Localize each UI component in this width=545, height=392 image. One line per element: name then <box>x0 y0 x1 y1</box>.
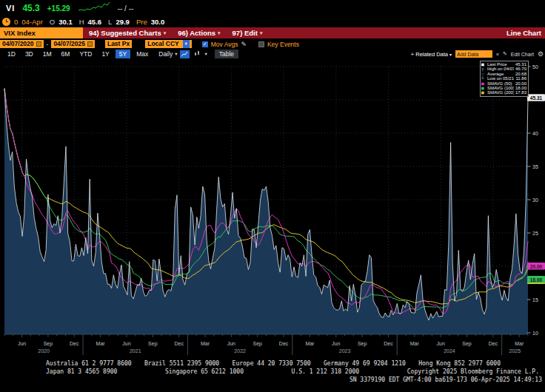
candle-chart-mode-button[interactable] <box>193 50 202 58</box>
price-field-select[interactable]: Last Px <box>105 40 132 48</box>
x-axis-label: Jun <box>332 341 340 346</box>
mov-avgs-checkbox[interactable]: ✓ <box>202 41 208 47</box>
date-to-input[interactable]: 04/07/2025 <box>51 40 95 48</box>
line-chart-mode-button[interactable] <box>180 50 190 58</box>
chevron-down-icon: ▾ <box>175 51 177 57</box>
date-to-value: 04/07/2025 <box>53 40 85 48</box>
x-axis-year-label: 2022 <box>234 348 246 354</box>
price-axis-badge-value: 45.31 <box>530 95 543 101</box>
date-from-input[interactable]: 04/07/2020 <box>0 40 44 48</box>
frequency-select[interactable]: Daily ▾ <box>158 50 177 58</box>
legend-label: SMAVG (200) <box>487 90 514 95</box>
related-data-label: + Related Data <box>411 51 448 58</box>
bid-ask: -- / -- <box>118 4 134 13</box>
key-events-label[interactable]: Key Events <box>267 41 299 48</box>
tab-max[interactable]: Max <box>133 50 152 58</box>
x-axis-label: Mar <box>410 341 420 346</box>
intraday-sparkline-icon <box>78 1 110 16</box>
edit-chart-button[interactable]: Edit Chart <box>511 52 534 57</box>
calendar-icon <box>36 41 41 47</box>
legend-swatch: ■ <box>481 90 486 95</box>
x-axis-label: Sep <box>253 341 262 347</box>
frequency-value: Daily <box>158 50 173 58</box>
date-range-separator: - <box>47 41 49 48</box>
menu-edit[interactable]: 97) Edit ▾ <box>233 29 263 37</box>
footer-item: Germany 49 69 9204 1210 <box>324 360 406 367</box>
y-axis-label: 10 <box>532 331 538 336</box>
x-axis-year-label: 2025 <box>509 348 521 354</box>
session-flag: 0 <box>14 18 18 26</box>
tab-1m[interactable]: 1M <box>39 50 56 58</box>
chevron-down-icon: ▾ <box>164 30 167 36</box>
footer-item: Singapore 65 6212 1000 <box>165 368 244 375</box>
x-axis-label: Mar <box>96 341 106 346</box>
x-axis-label: Sep <box>44 341 53 347</box>
x-axis-label: Dec <box>384 341 393 346</box>
menu-actions[interactable]: 96) Actions ▾ <box>178 29 220 37</box>
session-date: 04-Apr <box>21 18 43 26</box>
menu-suggested-charts[interactable]: 94) Suggested Charts ▾ <box>89 29 166 37</box>
chevron-down-icon: ▾ <box>183 40 190 48</box>
pencil-icon[interactable]: ✎ <box>503 51 507 57</box>
collapse-panel-icon[interactable]: « <box>496 52 499 57</box>
footer-item: U.S. 1 212 318 2000 <box>292 368 360 375</box>
x-axis-year-label: 2024 <box>444 348 455 354</box>
menu-label: 96) Actions <box>178 29 215 37</box>
footer-contact-line2: Japan 81 3 4565 8900 Singapore 65 6212 1… <box>46 368 539 375</box>
currency-value: Local CCY <box>147 40 179 48</box>
open-value: 30.1 <box>58 18 73 26</box>
x-axis-label: Sep <box>148 341 158 347</box>
tab-1y[interactable]: 1Y <box>98 50 113 58</box>
gear-icon[interactable]: ⚙ <box>538 50 544 58</box>
x-axis-label: Mar <box>201 341 210 346</box>
x-axis-label: Sep <box>358 341 367 347</box>
tab-5y[interactable]: 5Y <box>116 50 130 58</box>
add-data-input[interactable] <box>455 50 492 58</box>
title-bar: VIX Index 94) Suggested Charts ▾ 96) Act… <box>0 27 545 38</box>
tab-ytd[interactable]: YTD <box>76 50 96 58</box>
y-axis-label: 15 <box>532 297 538 303</box>
high-label: H <box>79 18 84 26</box>
footer-item: Europe 44 20 7330 7500 <box>233 360 311 367</box>
legend-value: 17.83 <box>515 90 526 95</box>
y-axis-label: 50 <box>532 64 538 70</box>
y-axis-label: 25 <box>532 231 538 236</box>
prev-value: 30.0 <box>151 18 165 26</box>
chart-plot-area[interactable]: JunSepDecMarJunSepDecMarJunSepDecMarJunS… <box>0 59 545 356</box>
related-data-button[interactable]: + Related Data ▾ <box>411 51 452 58</box>
date-from-value: 04/07/2020 <box>2 40 34 48</box>
tab-1d[interactable]: 1D <box>4 50 19 58</box>
key-events-checkbox[interactable] <box>258 41 264 47</box>
tab-3d[interactable]: 3D <box>21 50 37 58</box>
x-axis-year-label: 2023 <box>339 348 351 354</box>
x-axis-label: Sep <box>462 341 472 347</box>
x-axis-label: Jun <box>227 341 235 346</box>
menu-label: 94) Suggested Charts <box>89 29 161 37</box>
y-axis-label: 40 <box>532 131 538 136</box>
footer-item: Japan 81 3 4565 8900 <box>46 368 117 375</box>
chevron-down-icon[interactable]: ▾ <box>204 51 207 57</box>
security-field[interactable]: VIX Index <box>0 27 83 38</box>
menu-bar: 94) Suggested Charts ▾ 96) Actions ▾ 97)… <box>89 27 262 38</box>
price-field-value: Last Px <box>107 40 130 48</box>
chevron-down-icon: ▾ <box>260 30 263 36</box>
x-axis-label: Dec <box>174 341 184 346</box>
delayed-quote-icon <box>2 18 10 26</box>
currency-select[interactable]: Local CCY ▾ <box>145 40 192 48</box>
prev-label: Pre <box>136 18 147 26</box>
x-axis-label: Jun <box>437 341 445 346</box>
price-change: +15.29 <box>47 4 70 13</box>
table-button[interactable]: Table <box>215 50 238 58</box>
chevron-down-icon: ▾ <box>218 30 221 36</box>
pencil-icon[interactable]: ✎ <box>241 41 247 48</box>
footer-contact-line1: Australia 61 2 9777 8600 Brazil 5511 239… <box>46 360 501 367</box>
chart-legend: ■ Last Price 45.31 ┬ High on 04/07/20 46… <box>480 61 529 97</box>
session-row: 0 04-Apr O 30.1 H 45.6 L 29.9 Pre 30.0 <box>2 16 164 27</box>
open-label: O <box>50 18 55 26</box>
mov-avgs-label[interactable]: Mov Avgs <box>211 41 238 48</box>
calendar-icon <box>87 41 93 47</box>
price-axis-badge-value: 20.00 <box>530 264 543 269</box>
footer-item: Australia 61 2 9777 8600 <box>46 360 132 367</box>
last-price: 45.3 <box>22 3 39 13</box>
tab-6m[interactable]: 6M <box>58 50 74 58</box>
